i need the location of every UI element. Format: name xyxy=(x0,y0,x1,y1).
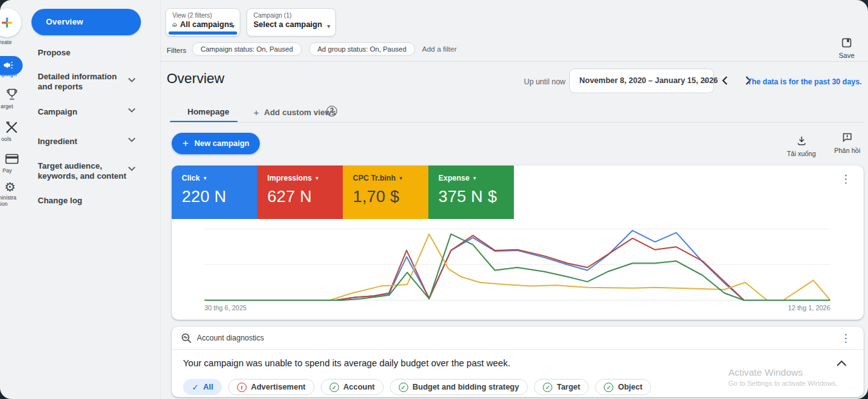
chevron-down-icon[interactable] xyxy=(128,137,136,143)
filters-label: Filters xyxy=(167,47,186,54)
diagnostics-filter-chips: ✓ All ! Advertisement ✓ Account ✓ Budget… xyxy=(183,379,651,395)
filter-chip-campaign-status[interactable]: Campaign status: On, Paused xyxy=(192,42,302,56)
tab-homepage[interactable]: Homepage xyxy=(187,107,229,116)
page-title: Overview xyxy=(167,70,225,87)
sidebar-item-ingredient[interactable]: Ingredient xyxy=(38,137,77,147)
new-campaign-button[interactable]: + New campaign xyxy=(172,133,260,154)
rail-item-campaign-label: npaign xyxy=(0,71,16,77)
overview-chart-card: Click▾ 220 N Impressions▾ 627 N CPC Tr.b… xyxy=(172,166,864,320)
account-diagnostics-card: Account diagnostics ⋮ Your campaign was … xyxy=(172,327,864,397)
diag-chip-label: Object xyxy=(618,383,642,391)
diag-chip-label: Advertisement xyxy=(251,383,306,391)
add-custom-views-label: Add custom views xyxy=(264,108,336,117)
chevron-down-icon[interactable] xyxy=(128,166,136,172)
view-selector-caption: View (2 filters) xyxy=(166,9,240,19)
caret-down-icon: ▾ xyxy=(399,175,403,181)
plus-icon: + xyxy=(182,137,189,150)
caret-down-icon: ▾ xyxy=(327,23,330,30)
download-button[interactable]: Tải xuống xyxy=(783,136,820,157)
main-area: View (2 filters) All campaigns ▾ Campaig… xyxy=(160,0,868,399)
sidebar-item-change-log[interactable]: Change log xyxy=(38,196,82,206)
diag-chip-label: Account xyxy=(343,383,375,391)
chevron-down-icon[interactable] xyxy=(128,77,136,83)
series-line-click xyxy=(204,230,830,300)
date-range-value: November 8, 2020 – January 15, 2026 xyxy=(579,76,718,85)
sidebar-item-detailed-information[interactable]: Detailed information and reports xyxy=(38,72,133,92)
diag-chip-budget-bidding[interactable]: ✓ Budget and bidding strategy xyxy=(390,379,528,395)
diag-chip-target[interactable]: ✓ Target xyxy=(534,379,589,395)
rail-item-target-label: arget xyxy=(1,103,13,110)
sidebar-item-overview[interactable]: Overview xyxy=(31,9,141,35)
up-until-label: Up until now xyxy=(524,77,565,86)
plus-icon: + xyxy=(253,107,259,118)
save-button[interactable]: Save xyxy=(832,38,862,59)
diag-chip-object[interactable]: ✓ Object xyxy=(595,379,651,395)
diagnostics-magnifier-icon xyxy=(181,333,192,344)
sidebar-item-campaign[interactable]: Campaign xyxy=(38,107,77,117)
metric-card-impressions[interactable]: Impressions▾ 627 N xyxy=(257,166,343,219)
create-button[interactable] xyxy=(0,8,21,37)
chart-options-kebab-icon[interactable]: ⋮ xyxy=(840,174,851,184)
date-range-selector[interactable]: November 8, 2020 – January 15, 2026 ▾ xyxy=(569,69,714,93)
home-icon xyxy=(172,21,177,28)
check-circle-icon: ✓ xyxy=(543,383,552,392)
trophy-icon[interactable] xyxy=(5,87,19,101)
metric-value: 627 N xyxy=(267,187,343,206)
diag-chip-account[interactable]: ✓ Account xyxy=(321,379,384,395)
download-label: Tải xuống xyxy=(783,150,820,157)
metric-label: Expense xyxy=(438,174,469,183)
diag-chip-all[interactable]: ✓ All xyxy=(183,379,222,395)
campaign-selector-value: Select a campaign xyxy=(253,20,322,29)
campaign-selector[interactable]: Campaign (1) Select a campaign ▾ xyxy=(247,8,336,37)
caret-down-icon: ▾ xyxy=(231,23,235,30)
megaphone-icon xyxy=(3,61,13,70)
feedback-label: Phản hồi xyxy=(830,147,865,154)
previous-period-button[interactable] xyxy=(719,74,732,87)
diag-chip-advertisement[interactable]: ! Advertisement xyxy=(228,379,314,395)
save-icon xyxy=(842,38,852,48)
date-range-note: The data is for the past 30 days. xyxy=(747,77,862,86)
metric-card-avg-cpc[interactable]: CPC Tr.binh▾ 1,70 $ xyxy=(343,166,428,219)
view-selector-active-bar xyxy=(169,31,237,35)
diag-chip-label: All xyxy=(203,383,213,391)
metric-value: 375 N $ xyxy=(438,187,514,206)
diag-chip-label: Budget and bidding strategy xyxy=(413,383,519,391)
add-filter-button[interactable]: Add a filter xyxy=(422,45,457,53)
trend-line-chart xyxy=(204,225,830,301)
rail-item-administration-label: ninistra tion xyxy=(0,194,25,207)
download-icon xyxy=(797,136,806,145)
metric-label: CPC Tr.binh xyxy=(353,174,396,183)
campaign-selector-caption: Campaign (1) xyxy=(247,9,335,19)
metric-card-expense[interactable]: Expense▾ 375 N $ xyxy=(428,166,514,219)
help-icon[interactable]: ? xyxy=(326,106,337,116)
rail-item-pay-label: Pay xyxy=(3,167,12,174)
sidebar-item-propose[interactable]: Propose xyxy=(38,48,70,58)
feedback-button[interactable]: Phản hồi xyxy=(830,133,865,154)
view-selector-value: All campaigns xyxy=(180,20,233,29)
check-circle-icon: ✓ xyxy=(604,383,613,392)
filter-chip-ad-group-status[interactable]: Ad group status: On, Paused xyxy=(309,42,415,56)
rail-item-create-label: reate xyxy=(0,39,12,45)
gear-icon[interactable]: ⚙ xyxy=(4,179,16,194)
add-custom-views-button[interactable]: + Add custom views xyxy=(253,107,336,118)
view-selector[interactable]: View (2 filters) All campaigns ▾ xyxy=(165,8,240,37)
check-circle-icon: ✓ xyxy=(399,383,408,392)
x-axis-start-label: 30 thg 6, 2025 xyxy=(204,304,247,312)
save-label: Save xyxy=(832,52,862,59)
check-circle-icon: ✓ xyxy=(330,383,339,392)
diagnostics-kebab-icon[interactable]: ⋮ xyxy=(840,334,851,344)
metric-value: 220 N xyxy=(182,187,257,206)
chevron-down-icon[interactable] xyxy=(128,108,136,113)
metric-card-clicks[interactable]: Click▾ 220 N xyxy=(172,166,257,219)
icon-rail: reate npaign arget ools Pay ⚙ ninistra t… xyxy=(0,0,24,399)
sidebar-item-target-audience[interactable]: Target audience, keywords, and content xyxy=(38,161,138,181)
sidebar-nav: Overview Propose Detailed information an… xyxy=(24,0,160,399)
diagnostics-header: Account diagnostics ⋮ xyxy=(172,327,864,350)
metric-label: Click xyxy=(182,174,200,183)
caret-down-icon: ▾ xyxy=(473,175,476,181)
tools-icon[interactable] xyxy=(4,121,19,135)
collapse-chevron-up-icon[interactable] xyxy=(836,359,847,367)
billing-card-icon[interactable] xyxy=(5,154,19,164)
series-line-expense xyxy=(204,234,830,300)
caret-down-icon: ▾ xyxy=(704,69,707,93)
